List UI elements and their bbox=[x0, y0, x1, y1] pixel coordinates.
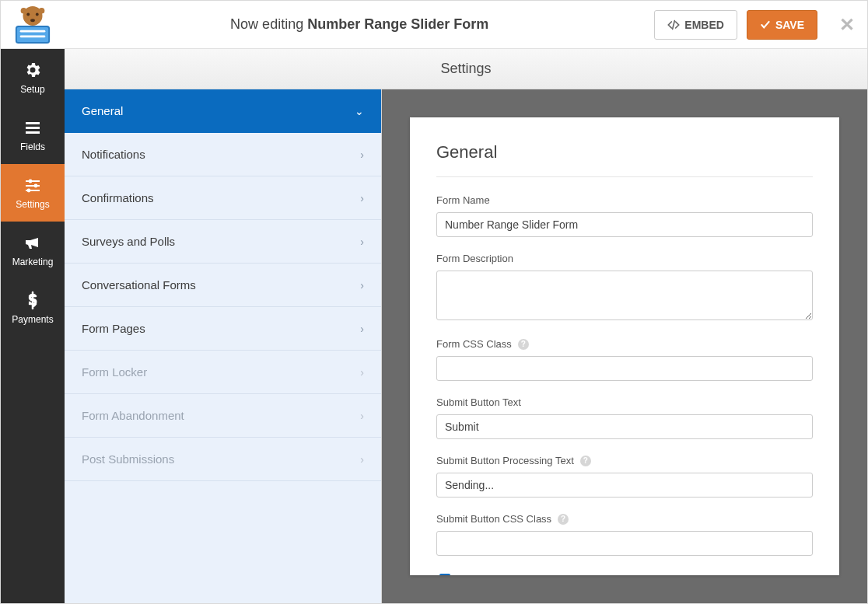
svg-point-14 bbox=[29, 180, 33, 183]
svg-point-2 bbox=[36, 12, 39, 16]
section-subheader: Settings bbox=[65, 49, 867, 89]
sidebar-item-label: Setup bbox=[20, 84, 44, 95]
svg-text:$: $ bbox=[28, 291, 37, 308]
gear-icon bbox=[23, 61, 42, 79]
submit-button-text-label: Submit Button Text bbox=[436, 396, 813, 408]
card-heading: General bbox=[436, 142, 813, 162]
settings-item-general[interactable]: General ⌄ bbox=[65, 89, 381, 133]
chevron-right-icon: › bbox=[360, 279, 364, 292]
app-logo bbox=[1, 1, 65, 49]
submit-processing-text-input[interactable] bbox=[436, 473, 813, 498]
chevron-right-icon: › bbox=[360, 148, 364, 161]
settings-item-label: Form Locker bbox=[82, 365, 147, 379]
form-name-input[interactable] bbox=[436, 212, 813, 237]
save-button[interactable]: SAVE bbox=[747, 10, 817, 40]
settings-item-label: General bbox=[82, 104, 123, 117]
svg-rect-7 bbox=[20, 30, 46, 32]
settings-item-notifications[interactable]: Notifications › bbox=[65, 133, 381, 176]
svg-point-1 bbox=[26, 12, 30, 16]
check-icon bbox=[760, 19, 771, 30]
help-icon[interactable]: ? bbox=[580, 456, 591, 466]
settings-item-form-abandonment[interactable]: Form Abandonment › bbox=[65, 394, 381, 438]
svg-point-3 bbox=[30, 19, 35, 22]
editing-title: Now editing Number Range Slider Form bbox=[74, 16, 645, 33]
form-description-input[interactable] bbox=[436, 271, 813, 320]
svg-rect-13 bbox=[26, 180, 40, 182]
settings-item-label: Notifications bbox=[82, 148, 145, 161]
settings-item-surveys-polls[interactable]: Surveys and Polls › bbox=[65, 220, 381, 264]
chevron-right-icon: › bbox=[360, 192, 364, 204]
form-css-class-label: Form CSS Class bbox=[436, 338, 512, 350]
honeypot-label: Enable anti-spam honeypot bbox=[459, 574, 582, 576]
svg-point-5 bbox=[39, 7, 45, 13]
svg-rect-8 bbox=[20, 35, 46, 37]
form-description-label: Form Description bbox=[436, 253, 813, 264]
honeypot-checkbox[interactable] bbox=[439, 574, 450, 575]
settings-item-label: Confirmations bbox=[82, 191, 154, 204]
list-icon bbox=[23, 118, 42, 137]
settings-item-conversational-forms[interactable]: Conversational Forms › bbox=[65, 264, 381, 307]
sidebar-item-label: Payments bbox=[12, 314, 53, 325]
settings-item-form-pages[interactable]: Form Pages › bbox=[65, 307, 381, 351]
sidebar-item-label: Fields bbox=[20, 141, 45, 152]
settings-item-label: Form Pages bbox=[82, 322, 145, 335]
sidebar-item-marketing[interactable]: Marketing bbox=[1, 222, 65, 279]
chevron-down-icon: ⌄ bbox=[355, 105, 364, 117]
sidebar-item-label: Marketing bbox=[12, 257, 54, 267]
chevron-right-icon: › bbox=[360, 323, 364, 335]
submit-button-css-class-label: Submit Button CSS Class bbox=[436, 513, 551, 525]
save-button-label: SAVE bbox=[775, 19, 804, 31]
sidebar-item-payments[interactable]: $ Payments bbox=[1, 279, 65, 337]
wpforms-logo-icon bbox=[10, 5, 55, 44]
main-content: General Form Name Form Description Form … bbox=[382, 89, 867, 603]
svg-rect-10 bbox=[26, 122, 40, 124]
svg-rect-11 bbox=[26, 127, 40, 129]
primary-sidebar: Setup Fields Settings Marketing $ Paymen… bbox=[1, 49, 65, 603]
form-name-label: Form Name bbox=[436, 194, 813, 206]
bullhorn-icon bbox=[23, 233, 42, 252]
svg-point-18 bbox=[27, 189, 31, 193]
submit-button-css-class-input[interactable] bbox=[436, 531, 813, 556]
divider bbox=[436, 176, 813, 177]
help-icon[interactable]: ? bbox=[558, 514, 569, 525]
general-card: General Form Name Form Description Form … bbox=[410, 117, 839, 575]
form-css-class-input[interactable] bbox=[436, 356, 813, 381]
embed-button[interactable]: EMBED bbox=[654, 10, 737, 40]
app-header: Now editing Number Range Slider Form EMB… bbox=[1, 1, 867, 49]
sidebar-item-setup[interactable]: Setup bbox=[1, 49, 65, 106]
settings-item-form-locker[interactable]: Form Locker › bbox=[65, 351, 381, 394]
settings-panel: General ⌄ Notifications › Confirmations … bbox=[65, 89, 382, 603]
dollar-icon: $ bbox=[23, 291, 42, 309]
editing-prefix: Now editing bbox=[230, 16, 303, 32]
embed-button-label: EMBED bbox=[684, 19, 724, 31]
code-icon bbox=[667, 19, 680, 31]
settings-item-label: Surveys and Polls bbox=[82, 235, 175, 248]
submit-button-text-input[interactable] bbox=[436, 414, 813, 439]
section-title: Settings bbox=[440, 61, 491, 77]
settings-item-label: Post Submissions bbox=[82, 452, 174, 466]
svg-point-16 bbox=[34, 184, 38, 188]
settings-panel-fill bbox=[65, 481, 381, 603]
sidebar-item-fields[interactable]: Fields bbox=[1, 106, 65, 164]
svg-rect-6 bbox=[16, 26, 49, 42]
svg-line-9 bbox=[673, 20, 675, 29]
editing-form-name: Number Range Slider Form bbox=[307, 16, 488, 32]
sidebar-item-label: Settings bbox=[16, 199, 49, 210]
svg-point-4 bbox=[21, 7, 27, 13]
chevron-right-icon: › bbox=[360, 236, 364, 248]
chevron-right-icon: › bbox=[360, 410, 364, 422]
body-area: General ⌄ Notifications › Confirmations … bbox=[65, 89, 867, 603]
sliders-icon bbox=[23, 176, 42, 194]
submit-processing-text-label: Submit Button Processing Text bbox=[436, 455, 574, 466]
settings-item-confirmations[interactable]: Confirmations › bbox=[65, 176, 381, 220]
chevron-right-icon: › bbox=[360, 453, 364, 466]
settings-item-label: Form Abandonment bbox=[82, 409, 184, 422]
sidebar-item-settings[interactable]: Settings bbox=[1, 164, 65, 222]
svg-rect-12 bbox=[26, 131, 40, 134]
close-button[interactable]: ✕ bbox=[839, 16, 855, 34]
chevron-right-icon: › bbox=[360, 366, 364, 379]
help-icon[interactable]: ? bbox=[518, 339, 529, 350]
settings-item-label: Conversational Forms bbox=[82, 278, 196, 292]
settings-item-post-submissions[interactable]: Post Submissions › bbox=[65, 438, 381, 481]
